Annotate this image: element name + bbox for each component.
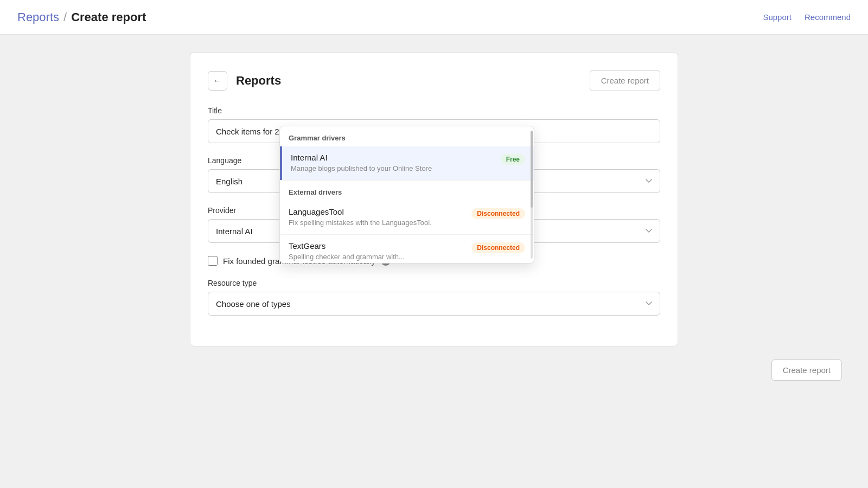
dropdown-scrollbar[interactable] bbox=[531, 131, 533, 259]
textgears-name: TextGears bbox=[289, 241, 465, 251]
textgears-badge: Disconnected bbox=[471, 242, 525, 253]
breadcrumb: Reports / Create report bbox=[17, 10, 146, 24]
header-actions: Support Recommend bbox=[763, 12, 851, 22]
dropdown-item-internal-ai[interactable]: Internal AI Manage blogs published to yo… bbox=[280, 146, 534, 180]
title-label: Title bbox=[208, 106, 660, 115]
auto-fix-checkbox[interactable] bbox=[208, 256, 218, 266]
create-report-top-button[interactable]: Create report bbox=[590, 70, 660, 91]
resource-type-field-group: Resource type Choose one of types bbox=[208, 279, 660, 316]
card-header: ← Reports Create report bbox=[208, 70, 660, 91]
languagestool-badge: Disconnected bbox=[471, 208, 525, 219]
dropdown-item-languagestool[interactable]: LanguagesTool Fix spelling mistakes with… bbox=[280, 201, 534, 234]
card-title-group: ← Reports bbox=[208, 71, 281, 91]
internal-ai-name: Internal AI bbox=[291, 153, 494, 162]
main-content: ← Reports Create report Title Language E… bbox=[0, 35, 868, 488]
languagestool-desc: Fix spelling mistakes with the Languages… bbox=[289, 218, 465, 228]
recommend-link[interactable]: Recommend bbox=[805, 12, 851, 22]
breadcrumb-current: Create report bbox=[71, 10, 146, 24]
create-report-bottom-button[interactable]: Create report bbox=[771, 359, 842, 381]
bottom-actions: Create report bbox=[26, 359, 842, 381]
card-title: Reports bbox=[236, 74, 281, 88]
breadcrumb-separator: / bbox=[63, 10, 67, 24]
page-header: Reports / Create report Support Recommen… bbox=[0, 0, 868, 35]
dropdown-scrollbar-thumb bbox=[531, 131, 533, 208]
support-link[interactable]: Support bbox=[763, 12, 792, 22]
internal-ai-info: Internal AI Manage blogs published to yo… bbox=[291, 153, 494, 174]
resource-type-select[interactable]: Choose one of types bbox=[208, 292, 660, 316]
dropdown-item-textgears[interactable]: TextGears Spelling checker and grammar w… bbox=[280, 235, 534, 263]
resource-type-select-wrapper: Choose one of types bbox=[208, 292, 660, 316]
back-icon: ← bbox=[213, 76, 222, 86]
textgears-desc: Spelling checker and grammar with... bbox=[289, 252, 465, 262]
breadcrumb-reports-link[interactable]: Reports bbox=[17, 10, 59, 24]
grammar-drivers-section-title: Grammar drivers bbox=[280, 126, 534, 146]
resource-type-label: Resource type bbox=[208, 279, 660, 287]
driver-dropdown-panel[interactable]: Grammar drivers Internal AI Manage blogs… bbox=[279, 126, 534, 264]
back-button[interactable]: ← bbox=[208, 71, 227, 91]
internal-ai-badge: Free bbox=[501, 154, 525, 165]
textgears-info: TextGears Spelling checker and grammar w… bbox=[289, 241, 465, 262]
languagestool-info: LanguagesTool Fix spelling mistakes with… bbox=[289, 207, 465, 228]
languagestool-name: LanguagesTool bbox=[289, 207, 465, 216]
external-drivers-section-title: External drivers bbox=[280, 181, 534, 201]
internal-ai-desc: Manage blogs published to your Online St… bbox=[291, 164, 494, 174]
